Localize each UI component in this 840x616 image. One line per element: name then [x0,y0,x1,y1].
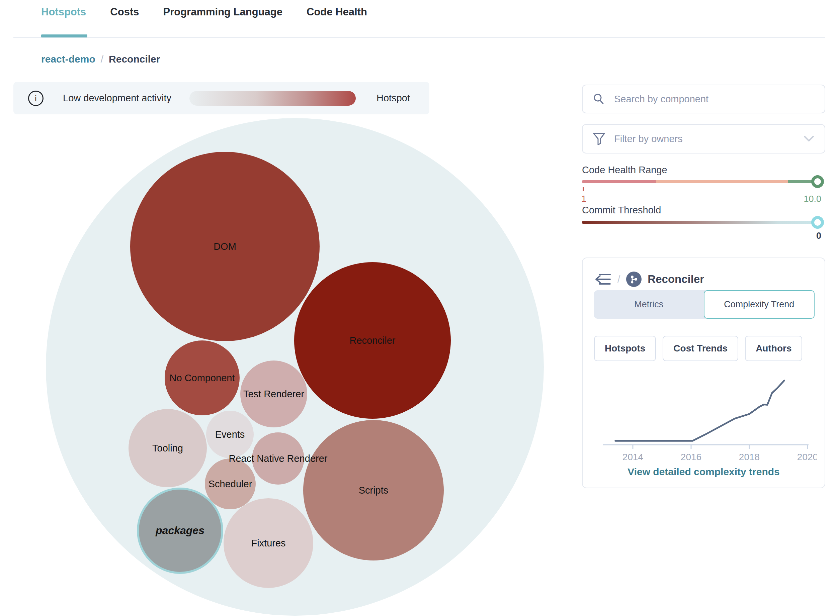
legend-hotspot-label: Hotspot [377,92,410,104]
code-health-slider-handle[interactable] [811,175,824,188]
detail-card-title: Reconciler [647,273,704,286]
owners-filter-label: Filter by owners [614,133,794,144]
owners-filter-dropdown[interactable]: Filter by owners [582,124,825,154]
search-input[interactable] [613,93,815,105]
metrics-trend-segmented-control: Metrics Complexity Trend [594,290,815,319]
trend-tick-label-2016: 2016 [681,452,702,462]
card-path-separator: / [618,274,620,285]
breadcrumb-separator: / [101,53,103,65]
detail-action-buttons: Hotspots Cost Trends Authors [594,336,802,361]
trend-tick-label-2020: 2020 [797,452,816,462]
back-to-list-icon[interactable] [594,271,611,287]
cost-trends-button[interactable]: Cost Trends [663,336,738,361]
code-health-min-tick [583,187,584,191]
complexity-trend-line [615,381,784,441]
bubble-label-no-component: No Component [169,373,235,383]
activity-gradient-bar [190,91,356,106]
tab-complexity-trend[interactable]: Complexity Trend [704,290,815,319]
tab-hotspots[interactable]: Hotspots [41,6,86,18]
tab-costs[interactable]: Costs [110,6,139,18]
bubble-label-scheduler: Scheduler [209,478,252,489]
bubble-label-react-native-renderer: React Native Renderer [229,453,328,464]
commit-threshold-label: Commit Threshold [582,205,661,216]
git-branch-icon [626,271,641,287]
funnel-icon [593,132,605,145]
top-tab-bar: Hotspots Costs Programming Language Code… [41,6,367,18]
code-health-range-label: Code Health Range [582,164,667,176]
tab-programming-language[interactable]: Programming Language [163,6,282,18]
bubble-label-events: Events [215,429,245,440]
bubble-label-reconciler: Reconciler [350,335,396,346]
bubble-label-packages: packages [155,524,204,537]
tab-metrics[interactable]: Metrics [594,290,704,319]
breadcrumb-current: Reconciler [109,53,160,65]
trend-tick-label-2018: 2018 [739,452,760,462]
search-icon [593,93,605,105]
detail-card-header: / Reconciler [594,271,704,287]
tab-code-health[interactable]: Code Health [306,6,367,18]
commit-threshold-slider-handle[interactable] [811,216,824,229]
hotspots-button[interactable]: Hotspots [594,336,656,361]
tab-separator-line [13,37,825,38]
info-icon[interactable]: i [28,91,44,106]
bubble-label-test-renderer: Test Renderer [243,389,304,399]
bubble-label-scripts: Scripts [359,485,388,496]
commit-threshold-value: 0 [582,231,821,241]
chevron-down-icon [803,135,815,142]
code-health-max-value: 10.0 [582,194,821,204]
search-box[interactable] [582,85,825,113]
legend-low-label: Low development activity [63,92,171,104]
breadcrumb-project-link[interactable]: react-demo [41,53,96,65]
bubble-label-tooling: Tooling [152,443,183,453]
hotspots-page: DOMReconcilerNo ComponentTest RendererEv… [0,0,840,616]
bubble-label-dom: DOM [213,241,236,252]
trend-tick-label-2014: 2014 [622,452,643,462]
authors-button[interactable]: Authors [745,336,802,361]
code-health-slider[interactable] [582,180,821,183]
activity-legend: i Low development activity Hotspot [13,82,430,114]
complexity-trend-chart: 2014201620182020 [596,368,816,468]
active-tab-underline [41,34,87,37]
commit-threshold-slider[interactable] [582,221,821,224]
breadcrumb: react-demo / Reconciler [41,53,160,65]
bubble-label-fixtures: Fixtures [251,538,285,549]
